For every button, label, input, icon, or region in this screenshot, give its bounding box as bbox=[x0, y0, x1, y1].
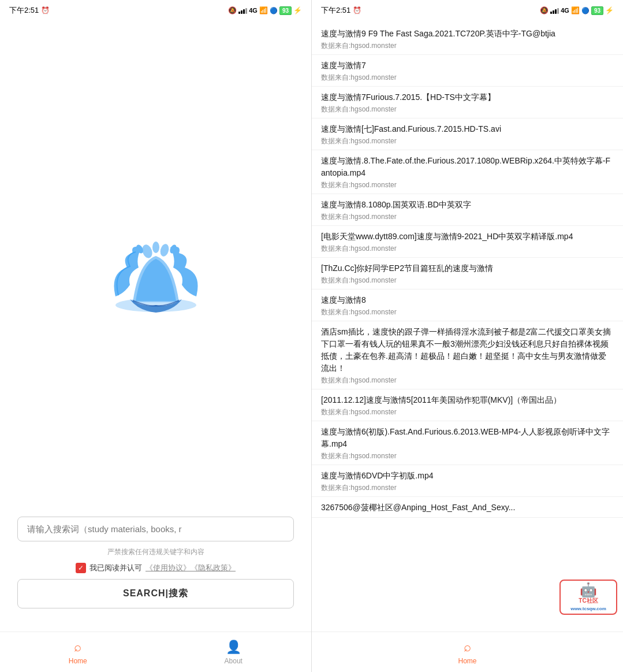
status-bar-right: 下午2:51 ⏰ 🔕 4G 📶 🔵 93 ⚡ bbox=[312, 0, 623, 18]
result-item[interactable]: 速度与激情6DVD中字初版.mp4数据来自:hgsod.monster bbox=[312, 465, 623, 497]
status-time-right: 下午2:51 ⏰ bbox=[321, 5, 361, 16]
result-title: 速度与激情6(初版).Fast.And.Furious.6.2013.WEB-M… bbox=[321, 426, 614, 450]
about-label-left: About bbox=[225, 657, 243, 665]
nav-item-home-right[interactable]: ⌕ Home bbox=[312, 632, 623, 672]
about-icon-left: 👤 bbox=[226, 640, 241, 655]
result-title: 速度与激情7 bbox=[321, 60, 614, 72]
result-title: 速度与激情6DVD中字初版.mp4 bbox=[321, 470, 614, 482]
result-title: 3267506@菠椰社区@Anping_Host_Fast_And_Sexy..… bbox=[321, 502, 614, 514]
result-title: 酒店sm插比，速度快的跟子弹一样插得淫水流到被子都是2富二代援交口罩美女摘下口罩… bbox=[321, 326, 614, 374]
bt-icon: 🔵 bbox=[270, 7, 278, 14]
result-title: 速度与激情7Furious.7.2015.【HD-TS中文字幕】 bbox=[321, 91, 614, 103]
result-title: [2011.12.12]速度与激情5[2011年美国动作犯罪(MKV)]（帝国出… bbox=[321, 394, 614, 406]
result-item[interactable]: 速度与激情7Furious.7.2015.【HD-TS中文字幕】数据来自:hgs… bbox=[312, 87, 623, 118]
result-item[interactable]: 速度与激情7数据来自:hgsod.monster bbox=[312, 55, 623, 87]
time-right: 下午2:51 bbox=[321, 5, 350, 16]
right-phone: 下午2:51 ⏰ 🔕 4G 📶 🔵 93 ⚡ 速度与激情9 F9 The Fas… bbox=[312, 0, 623, 672]
mute-icon-right: 🔕 bbox=[540, 6, 549, 14]
result-source: 数据来自:hgsod.monster bbox=[321, 376, 614, 385]
app-logo bbox=[98, 227, 214, 320]
results-list[interactable]: 速度与激情9 F9 The Fast Saga.2021.TC720P.英语中字… bbox=[312, 18, 623, 632]
bt-icon-right: 🔵 bbox=[581, 7, 590, 14]
result-item[interactable]: [ThZu.Cc]你好同学EP2节目篇狂乱的速度与激情数据来自:hgsod.mo… bbox=[312, 258, 623, 289]
result-title: 速度与激情.8.The.Fate.of.the.Furious.2017.108… bbox=[321, 155, 614, 179]
result-item[interactable]: 速度与激情8数据来自:hgsod.monster bbox=[312, 289, 623, 321]
status-icons-right: 🔕 4G 📶 🔵 93 ⚡ bbox=[540, 6, 614, 15]
left-phone-content: 严禁搜索任何违规关键字和内容 ✓ 我已阅读并认可 《使用协议》《隐私政策》 SE… bbox=[0, 18, 311, 632]
nav-item-about-left[interactable]: 👤 About bbox=[156, 632, 312, 672]
result-item[interactable]: 速度与激情9 F9 The Fast Saga.2021.TC720P.英语中字… bbox=[312, 23, 623, 55]
search-section: 严禁搜索任何违规关键字和内容 ✓ 我已阅读并认可 《使用协议》《隐私政策》 SE… bbox=[17, 517, 294, 608]
home-icon-right: ⌕ bbox=[464, 640, 471, 655]
agree-label: 我已阅读并认可 bbox=[89, 563, 142, 573]
logo-area bbox=[17, 30, 294, 517]
result-item[interactable]: 3267506@菠椰社区@Anping_Host_Fast_And_Sexy..… bbox=[312, 497, 623, 518]
alarm-icon-right: ⏰ bbox=[353, 6, 361, 14]
result-source: 数据来自:hgsod.monster bbox=[321, 73, 614, 83]
result-item[interactable]: 酒店sm插比，速度快的跟子弹一样插得淫水流到被子都是2富二代援交口罩美女摘下口罩… bbox=[312, 321, 623, 389]
result-source: 数据来自:hgsod.monster bbox=[321, 105, 614, 114]
mute-icon: 🔕 bbox=[228, 6, 237, 14]
network-type: 4G bbox=[249, 7, 258, 14]
result-item[interactable]: [2011.12.12]速度与激情5[2011年美国动作犯罪(MKV)]（帝国出… bbox=[312, 389, 623, 421]
nav-item-home-left[interactable]: ⌕ Home bbox=[0, 632, 156, 672]
agree-policy-link[interactable]: 《使用协议》《隐私政策》 bbox=[146, 563, 236, 573]
bottom-nav-right: ⌕ Home bbox=[312, 632, 623, 672]
network-type-right: 4G bbox=[561, 7, 569, 14]
result-title: 速度与激情8.1080p.国英双语.BD中英双字 bbox=[321, 199, 614, 211]
watermark-site: TC社区 bbox=[579, 597, 598, 605]
agree-checkbox[interactable]: ✓ bbox=[76, 563, 86, 573]
battery-left: 93 bbox=[279, 6, 292, 15]
search-button[interactable]: SEARCH|搜索 bbox=[17, 579, 294, 608]
status-bar-left: 下午2:51 ⏰ 🔕 4G 📶 🔵 93 ⚡ bbox=[0, 0, 311, 18]
bottom-nav-left: ⌕ Home 👤 About bbox=[0, 632, 311, 672]
result-item[interactable]: 速度与激情8.1080p.国英双语.BD中英双字数据来自:hgsod.monst… bbox=[312, 194, 623, 226]
charging-icon: ⚡ bbox=[293, 6, 302, 14]
result-source: 数据来自:hgsod.monster bbox=[321, 451, 614, 461]
signal-icon-right bbox=[550, 7, 559, 14]
result-source: 数据来自:hgsod.monster bbox=[321, 41, 614, 51]
status-icons-left: 🔕 4G 📶 🔵 93 ⚡ bbox=[228, 6, 302, 15]
result-item[interactable]: [电影天堂www.dytt89.com]速度与激情9-2021_HD中英双字精译… bbox=[312, 226, 623, 258]
left-phone: 下午2:51 ⏰ 🔕 4G 📶 🔵 93 ⚡ bbox=[0, 0, 312, 672]
home-label-left: Home bbox=[69, 657, 87, 665]
result-title: 速度与激情[七]Fast.and.Furious.7.2015.HD-TS.av… bbox=[321, 123, 614, 135]
watermark-url: www.tcsqw.com bbox=[570, 606, 606, 611]
charging-icon-right: ⚡ bbox=[605, 6, 614, 14]
home-icon-left: ⌕ bbox=[74, 640, 81, 655]
result-title: 速度与激情9 F9 The Fast Saga.2021.TC720P.英语中字… bbox=[321, 28, 614, 40]
result-source: 数据来自:hgsod.monster bbox=[321, 136, 614, 146]
result-source: 数据来自:hgsod.monster bbox=[321, 483, 614, 493]
result-source: 数据来自:hgsod.monster bbox=[321, 180, 614, 190]
result-title: [电影天堂www.dytt89.com]速度与激情9-2021_HD中英双字精译… bbox=[321, 231, 614, 243]
battery-right: 93 bbox=[591, 6, 603, 15]
result-source: 数据来自:hgsod.monster bbox=[321, 307, 614, 317]
result-item[interactable]: 速度与激情6(初版).Fast.And.Furious.6.2013.WEB-M… bbox=[312, 421, 623, 465]
result-source: 数据来自:hgsod.monster bbox=[321, 244, 614, 254]
home-label-right: Home bbox=[458, 657, 476, 665]
status-time-left: 下午2:51 ⏰ bbox=[9, 5, 50, 16]
wifi-icon-right: 📶 bbox=[571, 6, 580, 14]
result-title: [ThZu.Cc]你好同学EP2节目篇狂乱的速度与激情 bbox=[321, 262, 614, 274]
wifi-icon: 📶 bbox=[259, 6, 268, 14]
warning-text: 严禁搜索任何违规关键字和内容 bbox=[107, 547, 204, 557]
result-item[interactable]: 速度与激情.8.The.Fate.of.the.Furious.2017.108… bbox=[312, 150, 623, 194]
watermark-robot-icon: 🤖 bbox=[580, 583, 597, 597]
result-source: 数据来自:hgsod.monster bbox=[321, 407, 614, 417]
result-source: 数据来自:hgsod.monster bbox=[321, 276, 614, 285]
time-left: 下午2:51 bbox=[9, 5, 39, 16]
agree-row: ✓ 我已阅读并认可 《使用协议》《隐私政策》 bbox=[76, 563, 236, 573]
result-title: 速度与激情8 bbox=[321, 294, 614, 306]
search-input[interactable] bbox=[17, 517, 294, 541]
svg-point-2 bbox=[152, 242, 159, 253]
svg-point-3 bbox=[159, 243, 170, 258]
result-item[interactable]: 速度与激情[七]Fast.and.Furious.7.2015.HD-TS.av… bbox=[312, 118, 623, 150]
result-source: 数据来自:hgsod.monster bbox=[321, 212, 614, 222]
alarm-icon: ⏰ bbox=[41, 6, 50, 14]
watermark: 🤖 TC社区 www.tcsqw.com bbox=[559, 580, 617, 626]
signal-icon bbox=[238, 7, 247, 14]
